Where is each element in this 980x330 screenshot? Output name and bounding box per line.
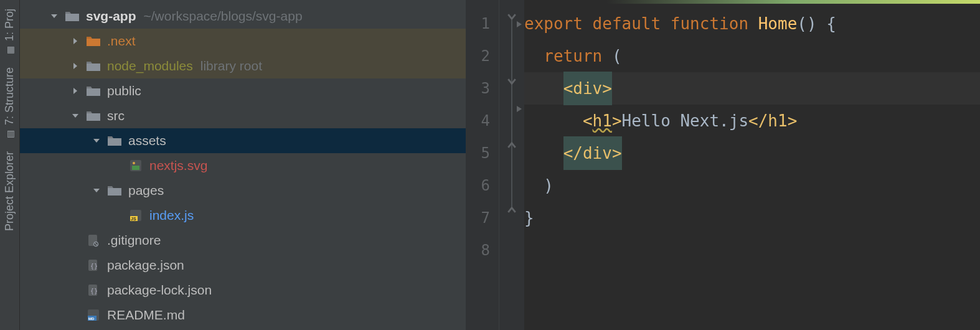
folder-icon bbox=[86, 59, 101, 73]
tree-item-suffix: library root bbox=[200, 59, 262, 73]
tree-file[interactable]: {}package.json bbox=[20, 253, 466, 278]
line-number[interactable]: 3 bbox=[466, 72, 490, 105]
line-number-gutter: 1 2 3 4 5 6 7 8 bbox=[466, 0, 499, 330]
tree-item-label: nextjs.svg bbox=[149, 158, 207, 173]
chevron-right-icon[interactable] bbox=[70, 62, 81, 70]
code-line[interactable]: <h1>Hello Next.js</h1> bbox=[524, 105, 980, 137]
code-line[interactable]: ) bbox=[524, 169, 980, 202]
tree-item-label: README.md bbox=[107, 308, 185, 323]
run-gutter-icon[interactable] bbox=[516, 91, 523, 123]
tree-root[interactable]: svg-app ~/workspace/blogs/svg-app bbox=[20, 4, 466, 29]
fold-gutter bbox=[499, 0, 524, 330]
tree-item-label: index.js bbox=[149, 208, 194, 223]
line-number[interactable]: 4 bbox=[466, 105, 490, 137]
tree-folder[interactable]: public bbox=[20, 78, 466, 103]
folder-icon bbox=[65, 9, 80, 23]
line-number[interactable]: 1 bbox=[466, 7, 490, 40]
tree-folder[interactable]: .next bbox=[20, 29, 466, 54]
line-number[interactable]: 6 bbox=[466, 169, 490, 202]
rail-tab-structure[interactable]: ▤ 7: Structure bbox=[2, 61, 17, 145]
chevron-down-icon[interactable] bbox=[91, 137, 102, 144]
svg-text:MD: MD bbox=[88, 317, 95, 321]
rail-tab-label: 1: Proj bbox=[3, 9, 16, 41]
rail-tab-label: 7: Structure bbox=[3, 67, 16, 125]
tree-file[interactable]: MDREADME.md bbox=[20, 303, 466, 328]
project-tree-panel: svg-app ~/workspace/blogs/svg-app .nextn… bbox=[20, 0, 466, 330]
code-line[interactable]: export default function Home() { bbox=[524, 7, 980, 40]
tree-folder[interactable]: src bbox=[20, 103, 466, 128]
tree-file[interactable]: .gitignore bbox=[20, 228, 466, 253]
code-line[interactable]: </div> bbox=[524, 137, 980, 169]
tool-window-rail: ▦ 1: Proj ▤ 7: Structure Project Explore… bbox=[0, 0, 20, 330]
chevron-right-icon[interactable] bbox=[70, 37, 81, 45]
rail-tab-explorer[interactable]: Project Explorer bbox=[2, 145, 17, 237]
tree-item-label: pages bbox=[128, 183, 164, 198]
code-line[interactable]: } bbox=[524, 202, 980, 234]
project-rail-icon: ▦ bbox=[5, 46, 15, 54]
tree-item-label: public bbox=[107, 83, 141, 98]
fold-close-icon[interactable] bbox=[503, 194, 521, 227]
tree-file[interactable]: {}package-lock.json bbox=[20, 278, 466, 303]
folder-icon bbox=[107, 134, 122, 148]
image-file-icon bbox=[128, 159, 143, 172]
tree-folder[interactable]: assets bbox=[20, 128, 466, 153]
chevron-down-icon[interactable] bbox=[70, 112, 81, 120]
svg-text:JS: JS bbox=[131, 217, 136, 221]
js-file-icon: JS bbox=[128, 209, 143, 222]
structure-rail-icon: ▤ bbox=[5, 130, 15, 138]
chevron-down-icon[interactable] bbox=[49, 12, 60, 20]
fold-close-icon[interactable] bbox=[503, 130, 521, 162]
svg-text:{}: {} bbox=[90, 263, 98, 270]
folder-icon bbox=[107, 184, 122, 197]
tree-item-label: package.json bbox=[107, 258, 184, 273]
svg-text:{}: {} bbox=[90, 288, 98, 295]
tree-file[interactable]: nextjs.svg bbox=[20, 153, 466, 178]
folder-icon bbox=[86, 34, 101, 48]
tree-item-label: package-lock.json bbox=[107, 283, 212, 298]
line-number[interactable]: 7 bbox=[466, 202, 490, 234]
project-tree: svg-app ~/workspace/blogs/svg-app .nextn… bbox=[20, 0, 466, 328]
text-file-icon bbox=[86, 233, 101, 247]
tree-item-label: src bbox=[107, 108, 125, 123]
tree-item-label: assets bbox=[128, 133, 166, 148]
tree-item-label: node_modules bbox=[107, 59, 193, 73]
tree-file[interactable]: JSindex.js bbox=[20, 203, 466, 228]
folder-icon bbox=[86, 109, 101, 123]
chevron-down-icon[interactable] bbox=[91, 187, 102, 194]
code-editor: 1 2 3 4 5 6 7 8 export default function … bbox=[466, 0, 980, 330]
json-file-icon: {} bbox=[86, 283, 101, 297]
fold-guide-line bbox=[511, 20, 512, 207]
tree-item-label: .next bbox=[107, 34, 136, 49]
code-line[interactable]: return ( bbox=[524, 40, 980, 72]
tree-folder[interactable]: node_moduleslibrary root bbox=[20, 54, 466, 78]
tree-root-name: svg-app bbox=[86, 9, 136, 24]
run-gutter-icon[interactable] bbox=[516, 6, 523, 39]
markdown-file-icon: MD bbox=[86, 308, 101, 322]
folder-icon bbox=[86, 84, 101, 98]
line-number[interactable]: 5 bbox=[466, 137, 490, 169]
code-line[interactable] bbox=[524, 234, 980, 266]
tree-root-path: ~/workspace/blogs/svg-app bbox=[144, 9, 303, 24]
rail-tab-label: Project Explorer bbox=[3, 151, 16, 231]
svg-rect-1 bbox=[132, 166, 139, 170]
json-file-icon: {} bbox=[86, 258, 101, 272]
svg-point-2 bbox=[133, 162, 135, 164]
tree-item-label: .gitignore bbox=[107, 233, 161, 248]
rail-tab-project[interactable]: ▦ 1: Proj bbox=[2, 2, 17, 61]
chevron-right-icon[interactable] bbox=[70, 87, 81, 95]
line-number[interactable]: 2 bbox=[466, 40, 490, 72]
code-line-current[interactable]: <div> bbox=[524, 72, 980, 105]
tree-folder[interactable]: pages bbox=[20, 178, 466, 203]
line-number[interactable]: 8 bbox=[466, 234, 490, 266]
code-area[interactable]: export default function Home() { return … bbox=[524, 0, 980, 330]
